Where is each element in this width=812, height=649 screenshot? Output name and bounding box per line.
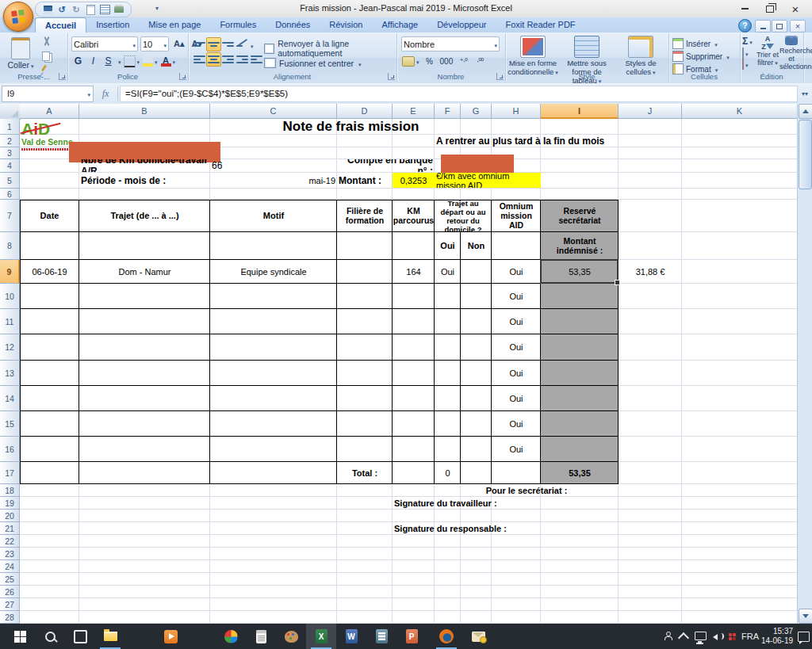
close-button[interactable]: [785, 2, 806, 15]
bank-account-label[interactable]: Compte en banque n° :: [337, 159, 435, 172]
delete-cells-button[interactable]: Supprimer: [672, 51, 730, 62]
increase-decimal-button[interactable]: ⁺·⁰: [456, 54, 470, 68]
sort-filter-button[interactable]: AZ Trier et filtrer: [756, 36, 779, 67]
notification-center-icon[interactable]: [795, 624, 812, 649]
column-header-D[interactable]: D: [337, 104, 393, 119]
th-oui[interactable]: Oui: [435, 232, 461, 259]
font-color-icon[interactable]: A: [161, 56, 171, 67]
period-value[interactable]: mai-19: [210, 173, 337, 188]
file-explorer-icon[interactable]: [95, 624, 125, 649]
row-header-24[interactable]: 24: [0, 560, 20, 573]
word-icon[interactable]: [336, 624, 366, 649]
excel-icon[interactable]: [306, 624, 336, 649]
sig-manager[interactable]: Signature du responsable :: [393, 522, 541, 534]
cut-icon[interactable]: [41, 36, 52, 48]
tab-affichage[interactable]: Affichage: [372, 17, 427, 32]
sig-worker[interactable]: Signature du travailleur :: [393, 497, 541, 509]
th-non[interactable]: Non: [461, 232, 492, 259]
th-date[interactable]: Date: [20, 200, 79, 231]
alignment-dialog-launcher-icon[interactable]: [388, 73, 395, 80]
align-right-button[interactable]: [220, 52, 236, 67]
row-header-25[interactable]: 25: [0, 573, 20, 586]
orientation-button[interactable]: [235, 37, 250, 52]
grow-font-button[interactable]: A▴: [171, 38, 186, 50]
people-icon[interactable]: [660, 624, 676, 649]
cell-trajet-9[interactable]: Dom - Namur: [79, 260, 210, 283]
help-button[interactable]: ?: [738, 19, 752, 32]
expand-formula-bar-icon[interactable]: ▾▾: [798, 86, 812, 101]
underline-button[interactable]: S: [102, 54, 115, 68]
row-header-11[interactable]: 11: [0, 309, 20, 334]
firefox-icon[interactable]: [431, 624, 462, 649]
row-header-14[interactable]: 14: [0, 386, 20, 411]
th-trajet[interactable]: Trajet (de ... à ...): [79, 200, 210, 231]
cell-omnium-11[interactable]: Oui: [492, 309, 541, 334]
row-header-19[interactable]: 19: [0, 497, 20, 510]
rate-unit[interactable]: €/km avec omnium mission AID: [435, 173, 541, 188]
cell-omnium-9[interactable]: Oui: [492, 260, 541, 283]
paste-button[interactable]: Coller: [5, 36, 36, 72]
calculator-icon[interactable]: [246, 624, 276, 649]
cell-omnium-12[interactable]: Oui: [492, 334, 541, 360]
doc-title[interactable]: Note de frais mission: [210, 119, 492, 134]
search-icon[interactable]: [35, 624, 65, 649]
row-header-8[interactable]: 8: [0, 232, 20, 260]
tab-mise-en-page[interactable]: Mise en page: [139, 17, 210, 32]
photos-icon[interactable]: [216, 624, 246, 649]
clipboard-dialog-launcher-icon[interactable]: [59, 73, 66, 80]
align-left-button[interactable]: [192, 52, 207, 67]
volume-icon[interactable]: [709, 624, 725, 649]
secretariat-note[interactable]: Pour le secrétariat :: [435, 484, 619, 496]
column-header-J[interactable]: J: [619, 104, 682, 119]
deadline-note[interactable]: A rentrer au plus tard à la fin du mois: [435, 135, 619, 147]
total-label[interactable]: Total :: [337, 462, 393, 483]
column-header-C[interactable]: C: [210, 104, 337, 119]
column-header-F[interactable]: F: [435, 104, 461, 119]
th-montant-indemnise[interactable]: Montant indémnisé :: [541, 232, 619, 259]
column-header-B[interactable]: B: [79, 104, 210, 119]
row-header-17[interactable]: 17: [0, 462, 20, 484]
cell-motif-9[interactable]: Equipe syndicale: [210, 260, 337, 283]
bold-button[interactable]: G: [71, 54, 85, 68]
column-header-I[interactable]: I: [541, 104, 619, 119]
conditional-formatting-button[interactable]: Mise en forme conditionnelle: [507, 36, 559, 77]
office-button[interactable]: [3, 2, 33, 32]
row-header-6[interactable]: 6: [0, 189, 20, 200]
number-format-select[interactable]: Nombre: [401, 36, 500, 52]
insert-cells-button[interactable]: Insérer: [672, 38, 718, 49]
edge-icon[interactable]: [125, 624, 155, 649]
row-header-28[interactable]: 28: [0, 611, 20, 624]
column-header-A[interactable]: A: [20, 104, 79, 119]
th-km[interactable]: KM parcourus: [393, 200, 435, 231]
row-header-7[interactable]: 7: [0, 200, 20, 232]
insert-function-icon[interactable]: fx: [94, 88, 117, 100]
row-header-1[interactable]: 1: [0, 119, 20, 135]
period-label[interactable]: Période - mois de :: [79, 173, 210, 188]
row-header-3[interactable]: 3: [0, 147, 20, 159]
row-header-22[interactable]: 22: [0, 535, 20, 548]
row-header-20[interactable]: 20: [0, 510, 20, 522]
align-center-button[interactable]: [206, 52, 221, 67]
fill-color-icon[interactable]: [143, 56, 153, 67]
task-view-icon[interactable]: [65, 624, 95, 649]
language-indicator[interactable]: FRA: [739, 624, 761, 649]
decrease-decimal-button[interactable]: ·⁰⁰: [473, 54, 487, 68]
italic-button[interactable]: I: [86, 54, 100, 68]
km-home-value[interactable]: 66: [210, 159, 337, 172]
hidden-icons-chevron-icon[interactable]: [676, 624, 691, 649]
cell-depart-9[interactable]: Oui: [435, 260, 461, 283]
scroll-up-icon[interactable]: [799, 104, 812, 119]
font-dialog-launcher-icon[interactable]: [179, 73, 186, 80]
percent-button[interactable]: %: [423, 54, 437, 68]
align-top-button[interactable]: [192, 37, 207, 52]
row-header-21[interactable]: 21: [0, 522, 20, 535]
row-header-13[interactable]: 13: [0, 361, 20, 386]
row-header-2[interactable]: 2: [0, 135, 20, 147]
start-icon[interactable]: [5, 624, 35, 649]
cell-omnium-13[interactable]: Oui: [492, 361, 541, 385]
cell-styles-button[interactable]: Styles de cellules: [615, 36, 667, 77]
align-bottom-button[interactable]: [220, 37, 236, 52]
row-header-12[interactable]: 12: [0, 334, 20, 361]
thousands-button[interactable]: 000: [439, 54, 454, 68]
borders-icon[interactable]: [124, 55, 136, 67]
